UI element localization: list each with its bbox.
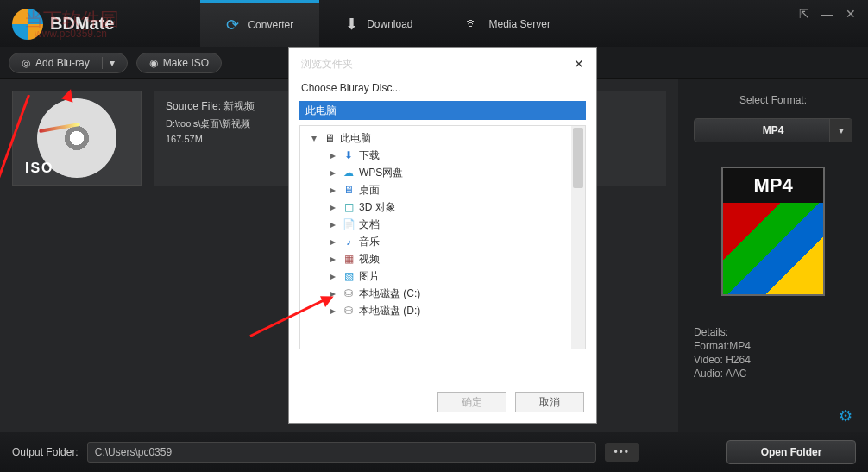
output-folder-input[interactable]: [87, 442, 596, 463]
tree-node-label: 图片: [359, 269, 380, 284]
tree-node[interactable]: ▾🖥此电脑: [302, 129, 583, 147]
disc-icon: ◎: [22, 57, 30, 69]
details-title: Details:: [694, 325, 751, 339]
select-format-label: Select Format:: [739, 94, 807, 106]
chevron-down-icon: ▾: [829, 119, 852, 142]
settings-gear-icon[interactable]: ⚙: [839, 406, 852, 425]
tree-node-label: 下载: [359, 148, 380, 163]
tab-label: Download: [367, 18, 412, 30]
folder-icon: ⛁: [342, 304, 355, 318]
tab-label: Media Server: [489, 18, 550, 30]
tree-node-label: 视频: [359, 252, 380, 267]
tree-node[interactable]: ▸▦视频: [302, 250, 583, 267]
tree-node-label: 本地磁盘 (D:): [359, 304, 420, 318]
tree-node[interactable]: ▸▧图片: [302, 267, 583, 285]
expand-icon[interactable]: ▸: [328, 305, 338, 317]
tab-media-server[interactable]: ᯤ Media Server: [439, 0, 576, 47]
app-logo: BDMate: [12, 9, 114, 40]
dialog-title: 浏览文件夹: [301, 57, 353, 72]
folder-icon: ♪: [342, 235, 355, 249]
tree-node[interactable]: ▸⛁本地磁盘 (C:): [302, 285, 583, 302]
app-title: BDMate: [50, 14, 114, 34]
details-video: Video: H264: [694, 353, 751, 367]
expand-icon[interactable]: ▸: [328, 218, 338, 230]
folder-icon: ⬇: [342, 148, 355, 162]
format-sidebar: Select Format: MP4 ▾ MP4 Details: Format…: [678, 79, 868, 432]
dialog-close-icon[interactable]: ✕: [574, 57, 584, 72]
logo-icon: [12, 9, 43, 40]
format-dropdown[interactable]: MP4 ▾: [694, 118, 852, 142]
button-label: Make ISO: [163, 57, 209, 69]
expand-icon[interactable]: ▸: [328, 149, 338, 161]
format-preview-image: [723, 203, 823, 294]
iso-icon: ◉: [149, 57, 158, 69]
chevron-down-icon[interactable]: ▾: [102, 57, 115, 69]
browse-folder-dialog: 浏览文件夹 ✕ Choose Bluray Disc... ▾🖥此电脑▸⬇下载▸…: [288, 47, 597, 424]
expand-icon[interactable]: ▸: [328, 287, 338, 299]
refresh-icon: ⟳: [226, 16, 239, 35]
header-bar: BDMate ⟳ Converter ⬇ Download ᯤ Media Se…: [0, 0, 868, 47]
open-folder-button[interactable]: Open Folder: [726, 440, 856, 464]
tree-node[interactable]: ▸◫3D 对象: [302, 198, 583, 216]
tree-node[interactable]: ▸📄文档: [302, 216, 583, 233]
tab-label: Converter: [248, 19, 293, 31]
expand-icon[interactable]: ▸: [328, 270, 338, 282]
folder-icon: 📄: [342, 217, 355, 231]
tree-node[interactable]: ▸⬇下载: [302, 147, 583, 164]
download-icon: ⬇: [345, 15, 358, 34]
footer-bar: Output Folder: ••• Open Folder: [0, 432, 868, 472]
folder-icon: ◫: [342, 200, 355, 214]
browse-button[interactable]: •••: [605, 443, 639, 462]
expand-icon[interactable]: ▸: [328, 184, 338, 196]
tab-download[interactable]: ⬇ Download: [319, 0, 438, 47]
source-thumbnail[interactable]: ISO: [12, 91, 142, 186]
output-folder-label: Output Folder:: [12, 446, 79, 458]
tree-node-label: 音乐: [359, 235, 380, 249]
expand-icon[interactable]: ▸: [328, 201, 338, 213]
dialog-path-input[interactable]: [299, 101, 586, 120]
wifi-icon: ᯤ: [465, 15, 481, 33]
tree-node[interactable]: ▸⛁本地磁盘 (D:): [302, 302, 583, 319]
minimize-icon[interactable]: —: [821, 7, 833, 21]
tree-node[interactable]: ▸♪音乐: [302, 233, 583, 250]
tree-node[interactable]: ▸🖥桌面: [302, 181, 583, 198]
format-preview: MP4: [721, 167, 825, 296]
tree-node-label: 3D 对象: [359, 200, 396, 215]
add-bluray-button[interactable]: ◎ Add Blu-ray ▾: [9, 53, 128, 73]
expand-icon[interactable]: ▸: [328, 236, 338, 248]
tab-converter[interactable]: ⟳ Converter: [200, 0, 319, 47]
tree-node[interactable]: ▸☁WPS网盘: [302, 164, 583, 181]
scrollbar-track[interactable]: [571, 126, 585, 349]
popout-icon[interactable]: ⇱: [799, 7, 809, 21]
expand-icon[interactable]: ▾: [309, 132, 319, 144]
folder-icon: ☁: [342, 166, 355, 179]
format-preview-label: MP4: [723, 168, 823, 203]
tree-node-label: 桌面: [359, 183, 380, 198]
tree-node-label: 本地磁盘 (C:): [359, 286, 420, 301]
tree-node-label: WPS网盘: [359, 166, 403, 180]
expand-icon[interactable]: ▸: [328, 167, 338, 179]
dialog-subtitle: Choose Bluray Disc...: [289, 72, 596, 101]
expand-icon[interactable]: ▸: [328, 253, 338, 265]
dialog-ok-button[interactable]: 确定: [437, 392, 506, 412]
format-value: MP4: [763, 124, 784, 136]
folder-icon: ⛁: [342, 286, 355, 300]
iso-badge: ISO: [25, 160, 54, 176]
window-controls: ⇱ — ✕: [799, 7, 856, 21]
folder-icon: 🖥: [323, 131, 337, 145]
folder-icon: ▦: [342, 252, 355, 266]
tree-node-label: 此电脑: [340, 131, 371, 146]
folder-icon: 🖥: [342, 183, 355, 197]
scrollbar-thumb[interactable]: [573, 128, 583, 188]
format-details: Details: Format:MP4 Video: H264 Audio: A…: [694, 325, 751, 381]
details-audio: Audio: AAC: [694, 367, 751, 381]
make-iso-button[interactable]: ◉ Make ISO: [136, 53, 222, 73]
dialog-cancel-button[interactable]: 取消: [515, 392, 584, 412]
button-label: Add Blu-ray: [35, 57, 90, 69]
folder-tree[interactable]: ▾🖥此电脑▸⬇下载▸☁WPS网盘▸🖥桌面▸◫3D 对象▸📄文档▸♪音乐▸▦视频▸…: [299, 125, 586, 349]
close-icon[interactable]: ✕: [846, 7, 856, 21]
folder-icon: ▧: [342, 269, 355, 283]
tree-node-label: 文档: [359, 217, 380, 232]
main-tabs: ⟳ Converter ⬇ Download ᯤ Media Server: [200, 0, 576, 47]
details-format: Format:MP4: [694, 339, 751, 353]
